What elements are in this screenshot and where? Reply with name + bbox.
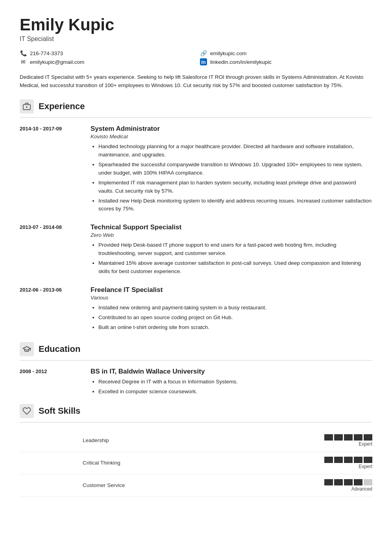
education-item: 2008 - 2012BS in IT, Baldwin Wallace Uni…	[20, 368, 372, 398]
skill-name: Customer Service	[20, 482, 324, 488]
education-section-header: Education	[20, 342, 372, 356]
job-bullet: Maintained 15% above average customer sa…	[98, 259, 372, 276]
experience-title: Experience	[39, 101, 85, 112]
resume-title: IT Specialist	[20, 35, 372, 43]
summary-text: Dedicated IT Specialist with 5+ years ex…	[20, 73, 372, 90]
skill-row: Critical ThinkingExpert	[20, 452, 372, 474]
education-divider	[20, 360, 372, 361]
skill-bar	[364, 434, 372, 441]
skill-bar	[344, 434, 353, 441]
job-bullets: Handled technology planning for a major …	[91, 143, 372, 213]
experience-list: 2014-10 - 2017-09System AdministratorKov…	[20, 125, 372, 333]
education-title: Education	[39, 344, 80, 354]
phone-icon: 📞	[20, 50, 27, 57]
skill-bars	[324, 457, 372, 463]
skill-level: Expert	[359, 441, 372, 447]
experience-item: 2014-10 - 2017-09System AdministratorKov…	[20, 125, 372, 215]
skill-bar	[354, 479, 362, 485]
job-date-range: 2014-10 - 2017-09	[20, 125, 83, 215]
website-icon: 🔗	[200, 50, 207, 57]
skill-level: Advanced	[351, 486, 372, 492]
phone-contact: 📞 216-774-3373	[20, 50, 192, 57]
job-title: System Administrator	[91, 125, 372, 133]
skill-name: Leadership	[20, 437, 324, 443]
skill-bar	[364, 479, 372, 485]
job-date-range: 2013-07 - 2014-08	[20, 223, 83, 277]
company-name: Zero Web	[91, 232, 372, 238]
education-list: 2008 - 2012BS in IT, Baldwin Wallace Uni…	[20, 368, 372, 398]
email-icon: ✉	[20, 58, 27, 65]
education-icon	[20, 342, 34, 356]
skill-level: Expert	[359, 464, 372, 469]
job-bullet: Installed new ordering and payment-takin…	[98, 304, 372, 312]
experience-section-header: Experience	[20, 99, 372, 113]
job-bullets: Installed new ordering and payment-takin…	[91, 304, 372, 332]
experience-item: 2013-07 - 2014-08Technical Support Speci…	[20, 223, 372, 277]
experience-icon	[20, 99, 34, 113]
edu-bullets: Received Degree in IT with a focus in In…	[91, 378, 372, 396]
skill-bar	[344, 457, 353, 463]
skill-bars	[324, 434, 372, 441]
skill-row: Customer ServiceAdvanced	[20, 474, 372, 497]
skill-bar	[334, 457, 343, 463]
company-name: Various	[91, 295, 372, 301]
skill-bar	[364, 457, 372, 463]
email-contact: ✉ emilykupic@gmail.com	[20, 58, 192, 65]
soft-skills-title: Soft Skills	[39, 406, 80, 416]
skill-bar	[354, 457, 362, 463]
skill-name: Critical Thinking	[20, 460, 324, 466]
skill-bar	[324, 457, 333, 463]
website-contact: 🔗 emilykupic.com	[200, 50, 372, 57]
job-bullet: Contributed to an open source coding pro…	[98, 314, 372, 322]
contact-section: 📞 216-774-3373 🔗 emilykupic.com ✉ emilyk…	[20, 50, 372, 65]
linkedin-icon: in	[200, 58, 207, 65]
skill-row: LeadershipExpert	[20, 429, 372, 452]
skill-bar	[334, 434, 343, 441]
job-title: Freelance IT Specialist	[91, 286, 372, 294]
skill-bar	[354, 434, 362, 441]
linkedin-contact: in linkedin.com/in/emilykupic	[200, 58, 372, 65]
job-bullets: Provided Help Desk-based IT phone suppor…	[91, 241, 372, 276]
skill-bar	[324, 479, 333, 485]
skill-bars	[324, 479, 372, 485]
edu-degree: BS in IT, Baldwin Wallace University	[91, 368, 372, 376]
skill-bar	[334, 479, 343, 485]
job-bullet: Handled technology planning for a major …	[98, 143, 372, 159]
soft-skills-icon	[20, 404, 34, 418]
edu-bullet: Excelled in computer science coursework.	[98, 388, 372, 396]
soft-skills-section-header: Soft Skills	[20, 404, 372, 418]
job-bullet: Spearheaded the successful companywide t…	[98, 161, 372, 177]
job-title: Technical Support Specialist	[91, 223, 372, 231]
edu-bullet: Received Degree in IT with a focus in In…	[98, 378, 372, 386]
job-bullet: Built an online t-shirt ordering site fr…	[98, 323, 372, 332]
edu-date-range: 2008 - 2012	[20, 368, 83, 398]
job-date-range: 2012-06 - 2013-06	[20, 286, 83, 333]
job-bullet: Implemented IT risk management plan to h…	[98, 179, 372, 195]
job-bullet: Installed new Help Desk monitoring syste…	[98, 197, 372, 214]
company-name: Kovisto Medical	[91, 134, 372, 139]
skills-list: LeadershipExpertCritical ThinkingExpertC…	[20, 429, 372, 497]
experience-divider	[20, 117, 372, 118]
skill-bar	[344, 479, 353, 485]
resume-name: Emily Kupic	[20, 16, 372, 34]
skill-bar	[324, 434, 333, 441]
job-bullet: Provided Help Desk-based IT phone suppor…	[98, 241, 372, 258]
soft-skills-divider	[20, 422, 372, 422]
experience-item: 2012-06 - 2013-06Freelance IT Specialist…	[20, 286, 372, 333]
